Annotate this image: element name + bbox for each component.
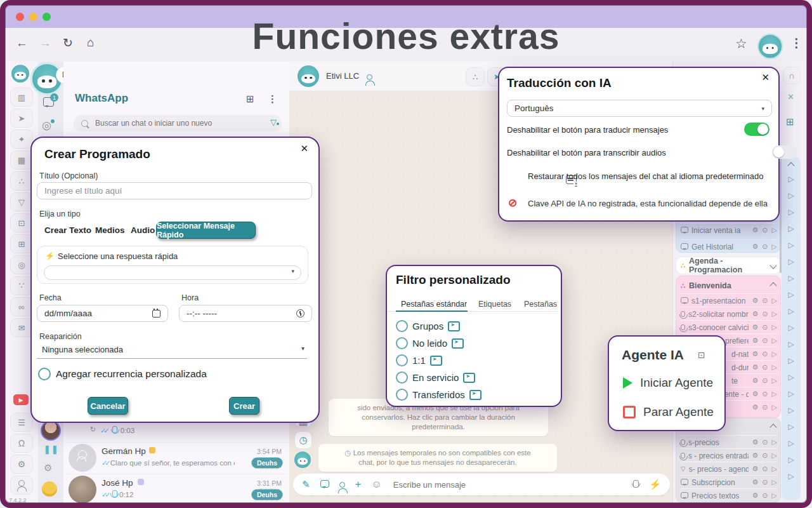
quick-reply-row[interactable]: s2-solicitar nombre y ci... ⚙⊙▷ [681,307,777,321]
radio[interactable] [396,354,408,366]
org-chart-icon[interactable]: ∴ [10,171,33,190]
tab-etiquetas[interactable]: Etiquetas [478,300,511,309]
hora-input[interactable]: --:-- ----- [179,305,312,322]
folder-arrow-icon[interactable] [463,373,475,383]
recurrencia-radio[interactable] [38,368,51,380]
gear-icon[interactable]: ⚙ [752,323,758,331]
message-input[interactable] [392,479,623,490]
folder-arrow-icon[interactable] [430,356,442,366]
chat-add-icon[interactable]: ⊞ [10,234,33,253]
toggle-transcribir[interactable] [772,145,797,159]
send-icon[interactable]: ▷ [772,243,777,251]
restore-label[interactable]: Restaurar todos los mensajes del chat al… [528,171,763,181]
eye-icon[interactable]: ⊙ [762,451,768,460]
close-panel-icon[interactable]: ✕ [787,92,794,102]
add-widget-icon[interactable]: ⊞ [786,116,794,128]
eye-icon[interactable]: ⊙ [762,363,768,371]
panel-menu-icon[interactable]: ⋮ [268,93,277,105]
quick-send-arrows[interactable]: ▷▷▷▷▷▷▷▷▷▷▷▷▷▷▷▷▷▷▷ [782,171,801,485]
add-contact-icon[interactable] [339,479,345,490]
radio[interactable] [396,337,408,349]
settings-gear-icon[interactable]: ⚙ [10,455,33,474]
gear-icon[interactable]: ⚙ [752,226,758,234]
radio[interactable] [396,389,408,401]
filter-option-no-leido[interactable]: No leido [396,337,464,349]
quick-reply-row[interactable]: Precios textos ⚙⊙▷ [681,488,777,502]
fecha-input[interactable]: dd/mm/aaaa [37,305,168,322]
tab-pestanas[interactable]: Pestañas [524,300,557,309]
etivi-assistant-icon[interactable] [294,451,311,468]
target-icon[interactable]: ◎ [10,255,33,274]
robot-icon[interactable]: ⊡ [10,213,33,232]
chat-list-item[interactable]: José Hp 3:31 PM ✓✓ 0:12 Deuhs [65,474,288,506]
eye-icon[interactable]: ⊙ [762,323,768,331]
maximize-traffic-light[interactable] [43,13,51,21]
gear-icon[interactable]: ⚙ [752,297,758,305]
new-chat-icon[interactable]: ⊞ [246,93,254,105]
eye-icon[interactable]: ⊙ [762,310,768,318]
titulo-input[interactable]: Ingrese el título aquí [37,182,312,199]
radio[interactable] [396,320,408,332]
close-icon[interactable]: ✕ [761,72,769,83]
bell-icon[interactable]: Ω [10,434,33,453]
send-icon[interactable]: ▷ [772,350,777,358]
eye-icon[interactable]: ⊙ [762,243,768,251]
refresh-icon[interactable]: ↻ [63,36,73,50]
quick-reply-row[interactable]: Iniciar venta ia ⚙⊙▷ [681,223,777,237]
quick-reply-row[interactable]: s-precios ⚙⊙▷ [681,435,777,449]
quick-reply-row[interactable]: ▽ s- precios - agenda ⚙⊙▷ [681,462,777,476]
send-icon[interactable]: ▷ [772,377,777,385]
filter-option-transferidos[interactable]: Transferidos [396,389,481,401]
close-icon[interactable]: ✕ [300,143,308,154]
language-select[interactable]: Português ▾ [507,100,772,117]
gear-icon[interactable]: ⚙ [752,310,758,318]
kanban-icon[interactable]: ▥ [10,88,33,107]
filter-option-en-servicio[interactable]: En servicio [396,371,475,384]
quick-reply-icon[interactable] [320,479,329,490]
filter-option-grupos[interactable]: Grupos [396,320,460,332]
send-icon[interactable]: ▷ [772,465,777,473]
eye-icon[interactable]: ⊙ [762,403,768,411]
youtube-icon[interactable]: ▶ [13,394,29,405]
gear-icon[interactable]: ⚙ [752,243,758,251]
send-icon[interactable]: ▷ [772,297,777,305]
funnel-icon[interactable]: ▽ [10,192,33,211]
gear-icon[interactable]: ⚙ [752,350,758,358]
tab-mensaje-rapido-selected[interactable]: Seleccionar Mensaje Rápido [156,222,256,239]
agenda-group-header[interactable]: ∴ Agenda - Programacion [676,257,781,274]
user-avatar[interactable] [41,420,61,441]
tab-pestanas-estandar[interactable]: Pestañas estándar [401,300,467,309]
extension-bot-avatar[interactable] [757,34,783,59]
send-icon[interactable]: ▷ [772,438,777,446]
emoji-avatar[interactable] [42,481,57,497]
eye-icon[interactable]: ⊙ [762,465,768,473]
home-icon[interactable]: ⌂ [87,36,94,50]
gear-icon[interactable]: ⚙ [752,478,758,486]
gear-icon[interactable]: ⚙ [752,377,758,385]
send-icon[interactable]: ▷ [772,403,777,411]
chat-list-item[interactable]: Germán Hp 3:54 PM ✓✓ Claro que sí señor,… [65,442,288,474]
edit-icon[interactable]: ✎ [302,479,310,490]
chevron-up-icon[interactable] [787,162,794,169]
tab-audio[interactable]: Audio [131,225,155,235]
cancel-button[interactable]: Cancelar [88,397,128,415]
mic-icon[interactable] [633,479,639,490]
sparkles-icon[interactable]: ✦ [10,130,33,149]
eye-icon[interactable]: ⊙ [762,297,768,305]
gear-icon[interactable]: ⚙ [752,465,758,473]
filter-funnel-icon[interactable]: ▽ [270,117,277,127]
bookmark-star-icon[interactable]: ☆ [735,36,747,51]
respuesta-select[interactable]: ▾ [44,265,301,280]
send-icon[interactable]: ▷ [772,323,777,331]
gear-icon[interactable]: ⚙ [752,438,758,446]
gear-icon[interactable]: ⚙ [44,462,52,474]
folder-arrow-icon[interactable] [448,321,460,331]
eye-icon[interactable]: ⊙ [762,226,768,234]
folder-arrow-icon[interactable] [452,338,464,349]
radio[interactable] [396,371,408,384]
add-user-icon[interactable] [367,71,372,83]
send-icon[interactable]: ▷ [772,478,777,486]
send-icon[interactable]: ▷ [772,226,777,234]
gear-icon[interactable]: ⚙ [752,491,758,500]
forward-icon[interactable]: → [39,36,51,50]
